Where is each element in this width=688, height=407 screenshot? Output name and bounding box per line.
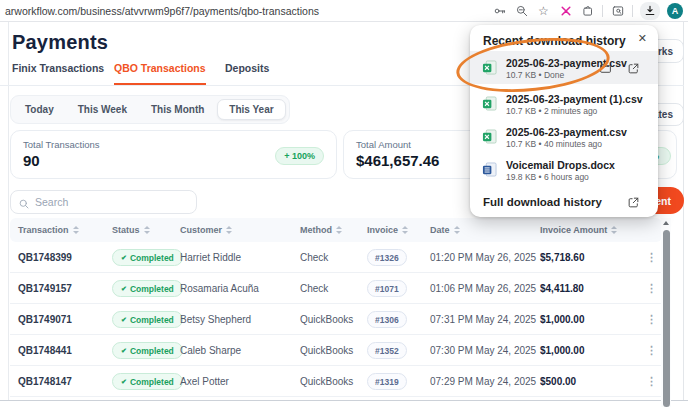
sort-icon[interactable]: [402, 226, 408, 234]
download-item[interactable]: Voicemail Drops.docx 19.8 KB • 6 hours a…: [470, 153, 658, 186]
col-date[interactable]: Date: [430, 218, 460, 242]
col-customer[interactable]: Customer: [180, 218, 232, 242]
bookmark-star-icon[interactable]: ☆: [536, 4, 551, 19]
check-icon: ✔: [121, 285, 127, 292]
amount-cell: $1,000.00: [540, 304, 585, 335]
date-cell: 01:06 PM May 26, 2025: [430, 273, 536, 304]
tab-deposits[interactable]: Deposits: [225, 62, 269, 85]
download-item[interactable]: 2025-06-23-payment (1).csv 10.7 KB • 2 m…: [470, 87, 658, 120]
page-title: Payments: [12, 31, 108, 54]
row-menu-icon[interactable]: ⋮: [646, 273, 657, 304]
table-row[interactable]: QB1749157 ✔Completed Rosamaria Acuña Che…: [10, 273, 662, 304]
status-badge: ✔Completed: [112, 373, 183, 390]
csv-file-icon: [482, 96, 497, 115]
check-icon: ✔: [121, 254, 127, 261]
tab-finix-transactions[interactable]: Finix Transactions: [12, 62, 104, 85]
date-cell: 07:31 PM May 24, 2025: [430, 304, 536, 335]
transaction-id: QB1749157: [18, 273, 72, 304]
invoice-pill[interactable]: #1326: [367, 249, 407, 266]
col-invoice-amount[interactable]: Invoice Amount: [540, 218, 617, 242]
col-invoice[interactable]: Invoice: [367, 218, 408, 242]
download-file-meta: 19.8 KB • 6 hours ago: [506, 172, 589, 182]
table-row[interactable]: QB1748441 ✔Completed Caleb Sharpe QuickB…: [10, 335, 662, 366]
status-cell: ✔Completed: [112, 366, 183, 397]
transaction-id: QB1748399: [18, 242, 72, 273]
row-menu-icon[interactable]: ⋮: [646, 366, 657, 397]
side-panel-search-icon[interactable]: [610, 4, 625, 19]
transactions-table: Transaction Status Customer Method Invoi…: [10, 218, 662, 397]
date-filter-group: Today This Week This Month This Year: [10, 95, 290, 124]
status-badge: ✔Completed: [112, 280, 183, 297]
status-cell: ✔Completed: [112, 335, 183, 366]
method-cell: Check: [300, 242, 328, 273]
transaction-id: QB1748147: [18, 366, 72, 397]
row-menu-icon[interactable]: ⋮: [646, 242, 657, 273]
popup-footer: Full download history: [470, 189, 658, 217]
invoice-cell: #1306: [367, 304, 407, 335]
table-row[interactable]: QB1748399 ✔Completed Harriet Riddle Chec…: [10, 242, 662, 273]
scrollbar-thumb[interactable]: [663, 230, 670, 407]
customer-cell: Rosamaria Acuña: [180, 273, 259, 304]
download-file-name: Voicemail Drops.docx: [506, 159, 615, 171]
method-cell: Check: [300, 273, 328, 304]
url-bar[interactable]: arworkflow.com/business/atvvrwm9p6f7/pay…: [5, 0, 319, 22]
tab-qbo-transactions[interactable]: QBO Transactions: [114, 62, 206, 85]
toolbar-separator: [632, 5, 633, 17]
row-menu-icon[interactable]: ⋮: [646, 304, 657, 335]
sort-icon[interactable]: [226, 226, 232, 234]
invoice-pill[interactable]: #1319: [367, 373, 407, 390]
sort-icon[interactable]: [454, 226, 460, 234]
stat-label: Total Transactions: [23, 139, 100, 150]
sort-icon[interactable]: [73, 226, 79, 234]
open-in-new-icon[interactable]: [627, 195, 640, 208]
table-scrollbar[interactable]: [661, 218, 671, 407]
invoice-pill[interactable]: #1306: [367, 311, 407, 328]
table-row[interactable]: QB1748147 ✔Completed Axel Potter QuickBo…: [10, 366, 662, 397]
col-status[interactable]: Status: [112, 218, 150, 242]
open-in-new-icon[interactable]: [627, 61, 640, 74]
customer-cell: Betsy Shepherd: [180, 304, 251, 335]
sort-icon[interactable]: [611, 226, 617, 234]
invoice-pill[interactable]: #1071: [367, 280, 407, 297]
zoom-out-icon[interactable]: [514, 4, 529, 19]
browser-toolbar: arworkflow.com/business/atvvrwm9p6f7/pay…: [0, 0, 688, 22]
amount-cell: $1,000.00: [540, 335, 585, 366]
sort-icon[interactable]: [144, 226, 150, 234]
toolbar-icons: ☆ A: [492, 0, 683, 22]
search-input[interactable]: [35, 191, 190, 213]
check-icon: ✔: [121, 316, 127, 323]
filter-this-week[interactable]: This Week: [67, 100, 138, 119]
transaction-id: QB1748441: [18, 335, 72, 366]
download-file-meta: 10.7 KB • 2 minutes ago: [506, 106, 597, 116]
password-key-icon[interactable]: [492, 4, 507, 19]
check-icon: ✔: [121, 347, 127, 354]
col-transaction[interactable]: Transaction: [18, 218, 79, 242]
pink-extension-icon[interactable]: [558, 4, 573, 19]
col-method[interactable]: Method: [300, 218, 342, 242]
scrollbar-up-arrow[interactable]: [663, 221, 669, 225]
full-download-history-link[interactable]: Full download history: [483, 196, 602, 208]
method-cell: QuickBooks: [300, 304, 353, 335]
sort-icon[interactable]: [336, 226, 342, 234]
extensions-puzzle-icon[interactable]: [580, 4, 595, 19]
profile-avatar[interactable]: A: [667, 3, 683, 19]
stat-value: 90: [23, 152, 40, 169]
stat-value: $461,657.46: [356, 152, 439, 169]
invoice-cell: #1071: [367, 273, 407, 304]
docx-file-icon: [482, 162, 497, 181]
download-file-meta: 10.7 KB • 40 minutes ago: [506, 139, 602, 149]
filter-this-year[interactable]: This Year: [217, 99, 285, 120]
filter-this-month[interactable]: This Month: [140, 100, 215, 119]
filter-today[interactable]: Today: [14, 100, 65, 119]
row-menu-icon[interactable]: ⋮: [646, 335, 657, 366]
date-cell: 07:29 PM May 24, 2025: [430, 366, 536, 397]
download-item[interactable]: 2025-06-23-payment.csv 10.7 KB • 40 minu…: [470, 120, 658, 153]
table-row[interactable]: QB1749071 ✔Completed Betsy Shepherd Quic…: [10, 304, 662, 335]
invoice-pill[interactable]: #1352: [367, 342, 407, 359]
status-badge: ✔Completed: [112, 249, 183, 266]
downloads-icon[interactable]: [640, 2, 660, 20]
page-bottom-edge: [0, 400, 688, 401]
close-icon[interactable]: ✕: [638, 32, 647, 45]
status-badge: ✔Completed: [112, 311, 183, 328]
csv-file-icon: [482, 129, 497, 148]
